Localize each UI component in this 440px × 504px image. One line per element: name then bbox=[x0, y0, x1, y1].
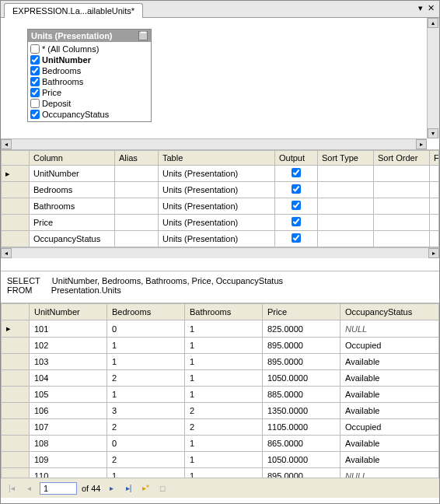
entity-column[interactable]: OccupancyStatus bbox=[30, 109, 148, 120]
results-row[interactable]: 11011895.0000NULL bbox=[2, 468, 439, 478]
row-selector[interactable] bbox=[2, 354, 30, 370]
criteria-cell-alias[interactable] bbox=[115, 166, 159, 182]
scroll-right-icon[interactable]: ▸ bbox=[428, 248, 439, 258]
criteria-header[interactable]: Alias bbox=[115, 151, 159, 166]
entity-column[interactable]: Price bbox=[30, 87, 148, 98]
results-cell[interactable]: 103 bbox=[30, 354, 107, 370]
row-selector[interactable] bbox=[2, 387, 30, 403]
criteria-cell-alias[interactable] bbox=[115, 198, 159, 215]
results-cell[interactable]: Occupied bbox=[340, 338, 439, 354]
criteria-grid[interactable]: ColumnAliasTableOutputSort TypeSort Orde… bbox=[1, 150, 439, 247]
sql-pane[interactable]: SELECT UnitNumber, Bedrooms, Bathrooms, … bbox=[1, 271, 439, 303]
results-cell[interactable]: 895.0000 bbox=[263, 468, 340, 478]
results-cell[interactable]: NULL bbox=[340, 468, 439, 478]
results-cell[interactable]: 1 bbox=[107, 468, 185, 478]
criteria-cell-output[interactable] bbox=[275, 182, 318, 198]
results-row[interactable]: 10211895.0000Occupied bbox=[2, 338, 439, 354]
nav-first-icon[interactable]: |◂ bbox=[5, 482, 18, 495]
row-selector[interactable] bbox=[2, 338, 30, 354]
results-cell[interactable]: Available bbox=[340, 436, 439, 452]
results-cell[interactable]: Occupied bbox=[340, 419, 439, 436]
results-cell[interactable]: 885.0000 bbox=[263, 387, 340, 403]
results-cell[interactable]: 825.0000 bbox=[263, 320, 340, 338]
results-cell[interactable]: 1105.0000 bbox=[263, 419, 340, 436]
row-selector[interactable] bbox=[2, 436, 30, 452]
criteria-cell-column[interactable]: Bedrooms bbox=[30, 182, 115, 198]
criteria-cell-alias[interactable] bbox=[115, 182, 159, 198]
criteria-cell-table[interactable]: Units (Presentation) bbox=[159, 215, 275, 231]
entity-column[interactable]: Deposit bbox=[30, 98, 148, 109]
results-cell[interactable]: 105 bbox=[30, 387, 107, 403]
tab-dropdown-icon[interactable]: ▾ bbox=[418, 3, 423, 13]
criteria-cell[interactable] bbox=[374, 182, 430, 198]
scroll-right-icon[interactable]: ▸ bbox=[416, 139, 427, 149]
results-cell[interactable]: 1 bbox=[185, 436, 263, 452]
results-cell[interactable]: 107 bbox=[30, 419, 107, 436]
criteria-cell[interactable] bbox=[430, 215, 439, 231]
results-header[interactable]: Bathrooms bbox=[185, 304, 263, 320]
criteria-header[interactable]: Sort Type bbox=[318, 151, 374, 166]
results-cell[interactable]: 895.0000 bbox=[263, 338, 340, 354]
entity-column[interactable]: * (All Columns) bbox=[30, 44, 148, 54]
criteria-cell[interactable] bbox=[318, 215, 374, 231]
criteria-cell[interactable] bbox=[430, 231, 439, 247]
results-cell[interactable]: 1 bbox=[185, 320, 263, 338]
row-selector[interactable]: ▸ bbox=[2, 166, 30, 182]
entity-column[interactable]: Bathrooms bbox=[30, 76, 148, 87]
results-cell[interactable]: 1 bbox=[185, 338, 263, 354]
results-cell[interactable]: 1 bbox=[185, 370, 263, 387]
entity-column[interactable]: UnitNumber bbox=[30, 54, 148, 65]
criteria-cell[interactable] bbox=[430, 198, 439, 215]
criteria-cell-output[interactable] bbox=[275, 166, 318, 182]
criteria-cell[interactable] bbox=[374, 198, 430, 215]
criteria-cell[interactable] bbox=[318, 231, 374, 247]
results-header[interactable]: UnitNumber bbox=[30, 304, 107, 320]
criteria-header[interactable]: Column bbox=[30, 151, 115, 166]
results-row[interactable]: ▸10101825.0000NULL bbox=[2, 320, 439, 338]
results-cell[interactable]: Available bbox=[340, 387, 439, 403]
results-cell[interactable]: 2 bbox=[107, 419, 185, 436]
criteria-cell[interactable] bbox=[430, 166, 439, 182]
row-selector[interactable] bbox=[2, 182, 30, 198]
criteria-header[interactable]: Sort Order bbox=[374, 151, 430, 166]
criteria-cell[interactable] bbox=[374, 166, 430, 182]
results-header[interactable]: Bedrooms bbox=[107, 304, 185, 320]
results-cell[interactable]: 1050.0000 bbox=[263, 370, 340, 387]
entity-box-units[interactable]: Units (Presentation) ▔ * (All Columns)Un… bbox=[27, 29, 152, 122]
criteria-cell[interactable] bbox=[430, 182, 439, 198]
nav-last-icon[interactable]: ▸| bbox=[122, 482, 134, 495]
scroll-left-icon[interactable]: ◂ bbox=[1, 248, 12, 258]
results-cell[interactable]: 2 bbox=[185, 419, 263, 436]
criteria-cell-alias[interactable] bbox=[115, 231, 159, 247]
criteria-row[interactable]: ▸UnitNumberUnits (Presentation) bbox=[2, 166, 439, 182]
row-selector[interactable]: ▸ bbox=[2, 320, 30, 338]
entity-column-checkbox[interactable] bbox=[30, 99, 40, 108]
entity-column-checkbox[interactable] bbox=[30, 66, 40, 75]
scroll-left-icon[interactable]: ◂ bbox=[1, 139, 12, 149]
results-cell[interactable]: 101 bbox=[30, 320, 107, 338]
active-tab[interactable]: EXPRESSION.La...ailableUnits* bbox=[4, 3, 143, 18]
criteria-cell-alias[interactable] bbox=[115, 215, 159, 231]
results-cell[interactable]: 1 bbox=[185, 354, 263, 370]
results-cell[interactable]: Available bbox=[340, 403, 439, 419]
entity-column-checkbox[interactable] bbox=[30, 110, 40, 119]
diagram-hscroll[interactable]: ◂ ▸ bbox=[1, 138, 427, 149]
entity-column[interactable]: Bedrooms bbox=[30, 65, 148, 76]
results-row[interactable]: 10311895.0000Available bbox=[2, 354, 439, 370]
entity-column-checkbox[interactable] bbox=[30, 44, 40, 54]
criteria-row[interactable]: BedroomsUnits (Presentation) bbox=[2, 182, 439, 198]
results-header[interactable]: OccupancyStatus bbox=[340, 304, 439, 320]
results-cell[interactable]: 1 bbox=[107, 338, 185, 354]
entity-column-checkbox[interactable] bbox=[30, 88, 40, 97]
results-header[interactable]: Price bbox=[263, 304, 340, 320]
criteria-cell-table[interactable]: Units (Presentation) bbox=[159, 231, 275, 247]
criteria-row[interactable]: OccupancyStatusUnits (Presentation) bbox=[2, 231, 439, 247]
criteria-cell-column[interactable]: UnitNumber bbox=[30, 166, 115, 182]
results-cell[interactable]: 865.0000 bbox=[263, 436, 340, 452]
results-cell[interactable]: 1 bbox=[185, 468, 263, 478]
entity-menu-icon[interactable]: ▔ bbox=[138, 31, 148, 40]
results-cell[interactable]: 0 bbox=[107, 436, 185, 452]
criteria-cell[interactable] bbox=[318, 198, 374, 215]
criteria-cell[interactable] bbox=[374, 215, 430, 231]
criteria-cell-output[interactable] bbox=[275, 231, 318, 247]
